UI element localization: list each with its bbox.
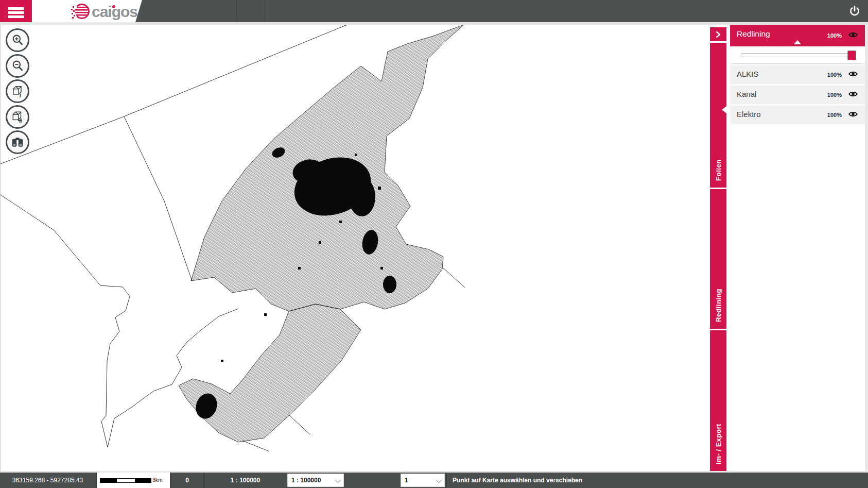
map-drawing — [1, 25, 710, 471]
zoom-in-button[interactable] — [6, 28, 29, 52]
tab-folien-label: Folien — [715, 159, 722, 188]
page-select[interactable]: 1 — [401, 474, 444, 486]
visibility-eye-icon[interactable] — [848, 110, 858, 120]
layer-row-kanal[interactable]: Kanal 100% — [730, 86, 865, 104]
tab-im-export-label: Im- / Export — [715, 424, 722, 471]
scale-select-wrap: 1 : 100000 — [287, 474, 344, 487]
object-info-button[interactable]: j — [6, 79, 29, 103]
svg-text:j: j — [19, 91, 21, 97]
status-bar: 363159.268 - 5927285.43 3km 0 1 : 100000… — [0, 473, 868, 488]
panel-scrollbar-strip[interactable] — [865, 25, 868, 471]
scale-display: 1 : 100000 — [203, 473, 286, 488]
layer-list-button[interactable] — [6, 105, 29, 129]
tab-redlining[interactable]: Redlining — [710, 189, 726, 329]
logout-power-icon[interactable] — [848, 5, 861, 18]
caigos-logo: caigos® — [71, 2, 141, 22]
map-canvas[interactable]: j — [0, 25, 710, 471]
rotation-display: 0 — [170, 473, 203, 488]
opacity-slider-handle[interactable] — [847, 51, 856, 60]
page-select-wrap: 1 — [401, 474, 445, 487]
panel-collapse-button[interactable] — [710, 27, 726, 41]
coordinates-display: 363159.268 - 5927285.43 — [0, 473, 95, 488]
opacity-slider[interactable] — [741, 53, 854, 57]
zoom-out-icon — [11, 59, 24, 73]
tab-folien[interactable]: Folien — [710, 43, 726, 188]
layer-opacity-value: 100% — [827, 72, 842, 78]
tab-redlining-label: Redlining — [715, 289, 722, 329]
scalebar: 3km — [96, 473, 170, 488]
chevron-right-icon — [714, 30, 723, 39]
layer-label: Elektro — [737, 110, 761, 119]
opacity-slider-row — [730, 46, 865, 63]
tab-im-export[interactable]: Im- / Export — [710, 330, 726, 471]
visibility-eye-icon[interactable] — [848, 90, 858, 99]
zoom-in-icon — [11, 33, 24, 47]
topbar-separator — [236, 0, 237, 22]
logo-i-dot — [112, 5, 115, 8]
object-info-icon: j — [11, 85, 24, 98]
layer-label: Redlining — [737, 29, 770, 39]
logo-area: caigos® — [32, 0, 142, 22]
collapse-caret-icon[interactable] — [794, 40, 801, 44]
logo-text: caigos® — [92, 3, 141, 21]
status-message: Punkt auf Karte auswählen und verschiebe… — [446, 473, 868, 488]
search-binoculars-icon — [11, 136, 24, 149]
scalebar-segment — [135, 478, 151, 483]
layer-label: Kanal — [737, 90, 756, 98]
hamburger-icon — [8, 7, 24, 10]
scalebar-segment — [100, 478, 116, 483]
layer-opacity-value: 100% — [827, 32, 842, 39]
layer-label: ALKIS — [737, 70, 759, 78]
scalebar-segment — [116, 478, 135, 483]
layer-opacity-value: 100% — [827, 112, 842, 118]
visibility-eye-icon[interactable] — [848, 70, 858, 79]
layer-row-alkis[interactable]: ALKIS 100% — [730, 65, 865, 84]
scalebar-label: 3km — [152, 477, 163, 483]
layer-row-elektro[interactable]: Elektro 100% — [730, 106, 865, 124]
scale-select[interactable]: 1 : 100000 — [288, 474, 343, 486]
search-button[interactable] — [6, 130, 29, 154]
zoom-out-button[interactable] — [6, 54, 29, 78]
topbar-separator — [265, 0, 265, 22]
panel-notch-arrow — [722, 105, 728, 114]
logo-globe-icon — [71, 2, 92, 22]
layers-panel: Redlining 100% ALKIS 100% Kanal 100% Ele… — [730, 25, 865, 471]
visibility-eye-icon[interactable] — [848, 31, 858, 40]
side-tab-bar: Folien Redlining Im- / Export — [710, 25, 726, 471]
layer-list-icon — [11, 110, 24, 124]
layer-row-redlining[interactable]: Redlining 100% — [730, 25, 865, 46]
layer-opacity-value: 100% — [827, 92, 842, 98]
